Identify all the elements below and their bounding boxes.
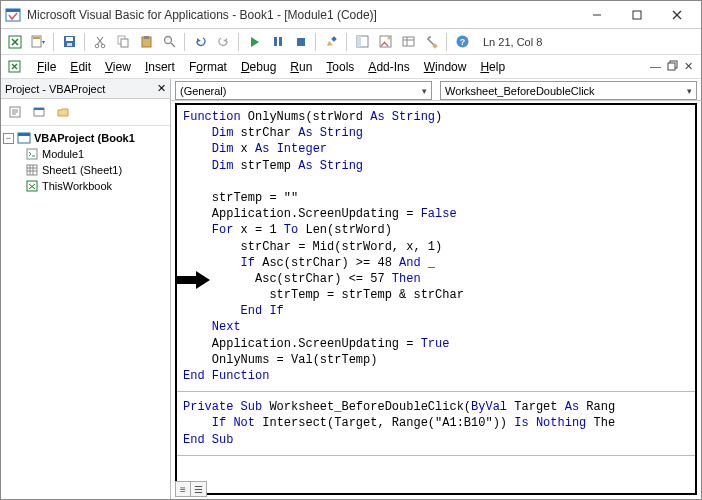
code-content[interactable]: Function OnlyNums(strWord As String) Dim… [177,105,695,388]
tree-root[interactable]: − VBAProject (Book1 [3,130,168,146]
undo-button[interactable] [190,32,210,52]
tree-module1-label: Module1 [42,148,84,160]
close-button[interactable] [657,3,697,27]
project-explorer-title: Project - VBAProject [5,83,105,95]
menu-help[interactable]: Help [474,58,511,76]
reset-button[interactable] [290,32,310,52]
procedure-view-button[interactable]: ≡ [175,481,191,497]
menu-tools[interactable]: Tools [320,58,360,76]
vbaproject-icon [17,131,31,145]
mdi-minimize-button[interactable]: — [650,60,661,73]
code-editor[interactable]: Function OnlyNums(strWord As String) Dim… [175,103,697,495]
sheet-icon [25,163,39,177]
object-selector[interactable]: (General) ▾ [175,81,432,100]
svg-rect-46 [27,165,37,175]
view-object-button[interactable] [29,102,49,122]
vba-app-icon [5,7,21,23]
svg-rect-25 [357,36,361,47]
mdi-close-button[interactable]: ✕ [684,60,693,73]
break-button[interactable] [267,32,287,52]
redo-button[interactable] [213,32,233,52]
minimize-button[interactable] [577,3,617,27]
object-browser-button[interactable] [398,32,418,52]
svg-rect-44 [18,133,30,136]
maximize-button[interactable] [617,3,657,27]
menu-insert[interactable]: Insert [139,58,181,76]
toolbar: ? Ln 21, Col 8 [1,29,701,55]
menu-run[interactable]: Run [284,58,318,76]
svg-rect-22 [297,38,305,46]
mdi-restore-button[interactable] [667,60,678,73]
find-button[interactable] [159,32,179,52]
svg-point-27 [387,37,390,40]
titlebar: Microsoft Visual Basic for Applications … [1,1,701,29]
svg-rect-21 [279,37,282,46]
toggle-folders-button[interactable] [53,102,73,122]
svg-rect-11 [67,43,72,46]
menu-view[interactable]: View [99,58,137,76]
svg-rect-10 [66,37,73,41]
svg-rect-45 [27,149,37,159]
window-title: Microsoft Visual Basic for Applications … [27,8,577,22]
collapse-icon[interactable]: − [3,133,14,144]
pointer-arrow-icon [175,271,210,289]
toolbox-button[interactable] [421,32,441,52]
tree-sheet1[interactable]: Sheet1 (Sheet1) [3,162,168,178]
menu-addins[interactable]: Add-Ins [362,58,415,76]
menu-debug[interactable]: Debug [235,58,282,76]
excel-icon[interactable] [5,58,23,76]
object-selector-value: (General) [180,85,422,97]
cut-button[interactable] [90,32,110,52]
tree-thisworkbook[interactable]: ThisWorkbook [3,178,168,194]
menubar: File Edit View Insert Format Debug Run T… [1,55,701,79]
code-content-2[interactable]: Private Sub Worksheet_BeforeDoubleClick(… [177,395,695,452]
svg-rect-28 [403,37,414,46]
workbook-icon [25,179,39,193]
copy-button[interactable] [113,32,133,52]
insert-module-dropdown[interactable] [28,32,48,52]
svg-rect-20 [274,37,277,46]
properties-button[interactable] [375,32,395,52]
menu-file[interactable]: File [31,58,62,76]
project-tree[interactable]: − VBAProject (Book1 Module1 Sheet1 (Shee… [1,126,170,198]
project-explorer: Project - VBAProject ✕ − VBAProject (Boo… [1,79,171,499]
procedure-selector-value: Worksheet_BeforeDoubleClick [445,85,687,97]
chevron-down-icon: ▾ [687,86,692,96]
svg-rect-52 [175,276,196,284]
help-button[interactable]: ? [452,32,472,52]
svg-text:?: ? [459,37,465,47]
svg-rect-3 [633,11,641,19]
svg-rect-23 [331,36,337,42]
svg-rect-15 [121,39,128,47]
view-code-button[interactable] [5,102,25,122]
module-icon [25,147,39,161]
view-excel-button[interactable] [5,32,25,52]
menu-window[interactable]: Window [418,58,473,76]
tree-thisworkbook-label: ThisWorkbook [42,180,112,192]
design-mode-button[interactable] [321,32,341,52]
svg-rect-8 [33,37,40,39]
run-button[interactable] [244,32,264,52]
tree-sheet1-label: Sheet1 (Sheet1) [42,164,122,176]
menu-edit[interactable]: Edit [64,58,97,76]
chevron-down-icon: ▾ [422,86,427,96]
svg-rect-1 [6,9,20,12]
svg-rect-42 [34,108,44,110]
tree-root-label: VBAProject (Book1 [34,132,135,144]
svg-rect-17 [144,36,149,39]
paste-button[interactable] [136,32,156,52]
procedure-selector[interactable]: Worksheet_BeforeDoubleClick ▾ [440,81,697,100]
svg-line-19 [171,43,175,47]
menu-format[interactable]: Format [183,58,233,76]
full-module-view-button[interactable]: ☰ [191,481,207,497]
save-button[interactable] [59,32,79,52]
project-explorer-button[interactable] [352,32,372,52]
cursor-position: Ln 21, Col 8 [483,36,542,48]
tree-module1[interactable]: Module1 [3,146,168,162]
project-explorer-close-button[interactable]: ✕ [157,82,166,95]
svg-rect-36 [668,63,675,70]
svg-point-18 [164,37,171,44]
